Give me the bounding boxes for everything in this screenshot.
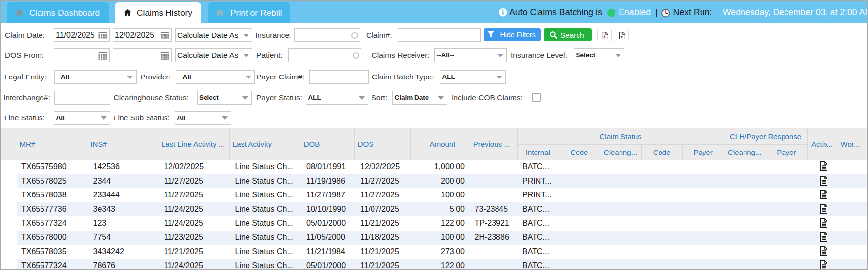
svg-text:x: x bbox=[620, 34, 623, 39]
